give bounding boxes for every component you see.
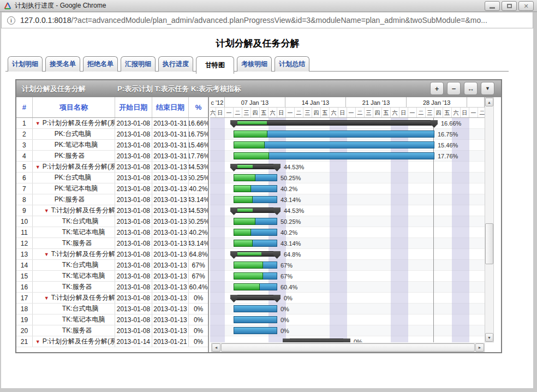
scroll-right-button[interactable]: ► xyxy=(475,343,484,352)
collapse-caret-icon[interactable]: ▼ xyxy=(35,164,40,170)
gantt-bar-task[interactable] xyxy=(234,174,277,181)
gantt-bar-task[interactable] xyxy=(234,262,277,269)
scroll-up-button[interactable]: ▲ xyxy=(485,98,493,106)
table-row[interactable]: 19TK:笔记本电脑2013-01-082013-01-130% xyxy=(16,314,208,325)
table-row[interactable]: 17▼T:计划分解及任务分解(2013-01-082013-01-130% xyxy=(16,293,208,304)
table-row[interactable]: 9▼T:计划分解及任务分解(一2013-01-082013-01-1344.53… xyxy=(16,205,208,216)
collapse-caret-icon[interactable]: ▼ xyxy=(35,339,40,345)
gantt-bar-summary[interactable] xyxy=(234,164,277,169)
collapse-caret-icon[interactable]: ▼ xyxy=(44,252,49,257)
bar-end-cap-icon[interactable] xyxy=(343,338,350,342)
table-row[interactable]: 1▼P:计划分解及任务分解(系统2013-01-082013-01-3116.6… xyxy=(16,118,208,129)
bar-start-cap-icon[interactable] xyxy=(283,338,290,342)
tab-gantt-chart[interactable]: 甘特图 xyxy=(196,56,234,74)
row-number: 18 xyxy=(16,304,33,314)
tab-plan-detail[interactable]: 计划明细 xyxy=(8,56,43,72)
gantt-bar-summary[interactable] xyxy=(234,207,277,213)
gantt-bar-task[interactable] xyxy=(234,272,277,280)
bar-end-cap-icon[interactable] xyxy=(431,120,438,128)
project-name: P:计划分解及任务分解(系统 xyxy=(43,337,115,346)
table-row[interactable]: 15TK:笔记本电脑2013-01-082013-01-1367% xyxy=(16,271,208,282)
bar-end-cap-icon[interactable] xyxy=(273,295,281,302)
tab-assess-detail[interactable]: 考核明细 xyxy=(237,56,272,72)
scroll-left-button[interactable]: ◄ xyxy=(212,343,220,352)
table-row[interactable]: 5▼P:计划分解及任务分解(系统2013-01-082013-01-1344.5… xyxy=(16,162,208,173)
bar-start-cap-icon[interactable] xyxy=(230,164,237,171)
gantt-bar-task[interactable] xyxy=(234,305,277,312)
bar-start-cap-icon[interactable] xyxy=(230,120,237,128)
url-text[interactable]: 127.0.0.1:8018/?act=advancedModule/plan_… xyxy=(20,16,487,25)
zoom-out-button[interactable]: − xyxy=(447,82,461,95)
gantt-bar-summary[interactable] xyxy=(234,120,434,126)
close-button[interactable]: ✕ xyxy=(518,1,534,11)
bar-progress xyxy=(234,196,253,203)
row-number: 7 xyxy=(16,183,33,194)
table-row[interactable]: 21▼P:计划分解及任务分解(系统2013-01-142013-01-210% xyxy=(16,336,208,347)
gantt-bar-task[interactable] xyxy=(234,152,434,159)
table-row[interactable]: 10TK:台式电脑2013-01-082013-01-1350.25% xyxy=(16,216,208,227)
vertical-scroll-thumb[interactable] xyxy=(485,223,493,264)
day-header-cell: 五 xyxy=(382,108,391,118)
table-row[interactable]: 20TK:服务器2013-01-082013-01-130% xyxy=(16,325,208,336)
table-row[interactable]: 3PK:笔记本电脑2013-01-082013-01-3115.46% xyxy=(16,140,208,151)
gantt-bar-row: 16.66% xyxy=(210,118,485,129)
bar-start-cap-icon[interactable] xyxy=(230,207,237,215)
table-row[interactable]: 18TK:台式电脑2013-01-082013-01-130% xyxy=(16,304,208,314)
url-bar[interactable]: i 127.0.0.1:8018/?act=advancedModule/pla… xyxy=(1,12,533,28)
gantt-bar-task[interactable] xyxy=(234,283,277,290)
gantt-bar-task[interactable] xyxy=(234,316,277,323)
collapse-caret-icon[interactable]: ▼ xyxy=(35,121,40,126)
bar-progress xyxy=(234,272,263,280)
table-row[interactable]: 14TK:台式电脑2013-01-082013-01-1367% xyxy=(16,260,208,271)
zoom-in-button[interactable]: + xyxy=(430,82,444,95)
tab-exec-progress[interactable]: 执行进度 xyxy=(158,56,193,72)
maximize-button[interactable] xyxy=(502,1,517,11)
bar-progress xyxy=(234,141,265,149)
bar-end-cap-icon[interactable] xyxy=(273,251,281,259)
collapse-caret-icon[interactable]: ▼ xyxy=(44,208,49,213)
row-number: 14 xyxy=(16,260,33,270)
table-row[interactable]: 13▼T:计划分解及任务分解(2013-01-082013-01-1364.8% xyxy=(16,249,208,260)
bar-start-cap-icon[interactable] xyxy=(230,251,237,259)
tab-report-detail[interactable]: 汇报明细 xyxy=(121,56,156,72)
gantt-bar-summary[interactable] xyxy=(234,295,277,300)
horizontal-scroll-thumb[interactable] xyxy=(221,343,475,352)
view-menu-button[interactable]: ▼ xyxy=(481,82,494,95)
tab-reject-list[interactable]: 拒绝名单 xyxy=(83,56,118,72)
table-row[interactable]: 16TK:服务器2013-01-082013-01-1360.4% xyxy=(16,282,208,293)
gantt-bar-task[interactable] xyxy=(234,218,277,225)
table-row[interactable]: 12TK:服务器2013-01-082013-01-1343.14% xyxy=(16,238,208,249)
info-icon[interactable]: i xyxy=(7,16,15,25)
vertical-scrollbar[interactable]: ▲ ▼ xyxy=(485,97,494,342)
table-row[interactable]: 8PK:服务器2013-01-082013-01-1343.14% xyxy=(16,194,208,205)
horizontal-scrollbar[interactable]: ◄ ► xyxy=(211,343,485,352)
bar-end-cap-icon[interactable] xyxy=(273,164,281,171)
minimize-button[interactable] xyxy=(485,1,500,11)
table-row[interactable]: 11TK:笔记本电脑2013-01-082013-01-1340.2% xyxy=(16,227,208,238)
gantt-bar-task[interactable] xyxy=(234,229,277,236)
scroll-down-button[interactable]: ▼ xyxy=(485,333,493,342)
table-row[interactable]: 6PK:台式电脑2013-01-082013-01-1350.25% xyxy=(16,173,208,183)
gantt-bar-task[interactable] xyxy=(234,327,277,334)
gantt-bar-task[interactable] xyxy=(234,185,277,192)
bar-start-cap-icon[interactable] xyxy=(230,295,237,302)
collapse-caret-icon[interactable]: ▼ xyxy=(44,295,49,301)
day-header-cell: 日 xyxy=(399,108,408,118)
gantt-bar-task[interactable] xyxy=(234,130,434,138)
table-row[interactable]: 7PK:笔记本电脑2013-01-082013-01-1340.2% xyxy=(16,183,208,194)
gantt-bar-summary[interactable] xyxy=(234,251,277,257)
gantt-bar-task[interactable] xyxy=(234,240,277,247)
row-number: 1 xyxy=(16,118,33,128)
fit-width-button[interactable]: ↔ xyxy=(464,82,478,95)
table-row[interactable]: 4PK:服务器2013-01-082013-01-3117.76% xyxy=(16,151,208,162)
tab-accept-list[interactable]: 接受名单 xyxy=(45,56,80,72)
bar-end-cap-icon[interactable] xyxy=(273,207,281,215)
end-date-cell: 2013-01-13 xyxy=(152,271,189,281)
table-row[interactable]: 2PK:台式电脑2013-01-082013-01-3116.75% xyxy=(16,129,208,140)
gantt-bar-summary[interactable] xyxy=(286,338,347,342)
gantt-bar-task[interactable] xyxy=(234,141,434,149)
percent-cell: 16.66% xyxy=(189,118,208,128)
window-titlebar[interactable]: 计划执行进度 - Google Chrome ✕ xyxy=(0,0,537,12)
tab-plan-summary[interactable]: 计划总结 xyxy=(275,56,309,72)
gantt-bar-task[interactable] xyxy=(234,196,277,203)
